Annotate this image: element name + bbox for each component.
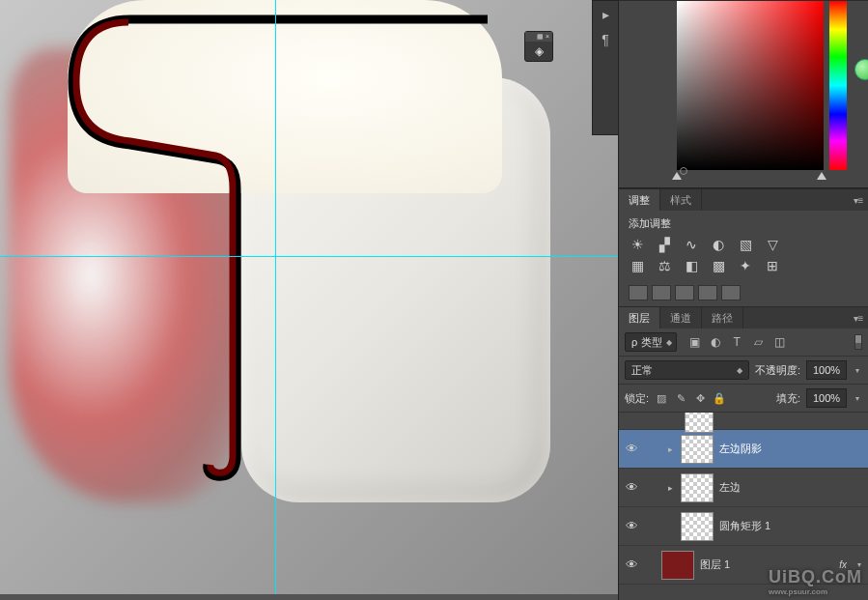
preset-swatch[interactable] <box>698 285 717 300</box>
triangle-icon[interactable]: ▽ <box>764 237 781 252</box>
lock-position-icon[interactable]: ✥ <box>693 392 707 405</box>
levels-icon[interactable]: ▞ <box>656 237 673 252</box>
fill-input[interactable]: 100% <box>806 388 847 408</box>
layer-thumbnail[interactable] <box>681 435 714 464</box>
preset-swatch[interactable] <box>652 285 671 300</box>
layer-name[interactable]: 左边阴影 <box>719 442 864 456</box>
visibility-toggle[interactable]: 👁 <box>623 480 640 495</box>
brightness-icon[interactable]: ☀ <box>629 237 646 252</box>
right-panel-dock: ▸ ¶ 调整 样式 ▾≡ 添加调整 ☀ ▞ ∿ ◐ ▧ ▽ <box>618 0 868 600</box>
adjustment-icons-row2: ▦ ⚖ ◧ ▩ ✦ ⊞ <box>629 258 858 273</box>
search-icon: ρ <box>631 336 637 348</box>
expand-toggle[interactable]: ▸ <box>665 483 675 493</box>
vibrance-icon[interactable]: ▧ <box>737 237 754 252</box>
color-slider-handles[interactable] <box>672 172 826 184</box>
panel-menu-icon[interactable]: ▾≡ <box>849 189 868 211</box>
visibility-toggle[interactable]: 👁 <box>623 519 640 533</box>
adjustment-filter-icon[interactable]: ◐ <box>708 334 723 350</box>
lock-brush-icon[interactable]: ✎ <box>674 392 687 405</box>
color-field[interactable] <box>677 1 824 170</box>
fx-badge[interactable]: fx <box>839 559 847 570</box>
chevron-down-icon[interactable]: ▾ <box>853 366 862 375</box>
photo-filter-icon[interactable]: ▩ <box>710 258 727 273</box>
layer-filter-bar: ρ 类型 ◆ ▣ ◐ T ▱ ◫ <box>619 329 868 357</box>
hue-icon[interactable]: ▦ <box>629 258 646 273</box>
chevron-down-icon: ◆ <box>666 338 672 347</box>
opacity-label: 不透明度: <box>755 363 800 378</box>
smart-filter-icon[interactable]: ◫ <box>771 334 787 350</box>
collapsed-icon[interactable]: ▸ <box>596 7 615 26</box>
adjustments-panel: 调整 样式 ▾≡ 添加调整 ☀ ▞ ∿ ◐ ▧ ▽ ▦ ⚖ ◧ ▩ ✦ ⊞ <box>619 188 868 306</box>
blend-opacity-row: 正常 ◆ 不透明度: 100% ▾ <box>619 357 868 385</box>
layer-name[interactable]: 圆角矩形 1 <box>719 519 864 533</box>
canvas-area[interactable]: ▦× ◈ <box>0 0 618 594</box>
layer-thumbnail[interactable] <box>681 512 714 541</box>
lock-all-icon[interactable]: 🔒 <box>713 392 726 405</box>
channel-mixer-icon[interactable]: ✦ <box>737 258 754 273</box>
bw-icon[interactable]: ◧ <box>683 258 700 273</box>
layer-item[interactable]: 👁圆角矩形 1 <box>619 507 868 546</box>
layer-thumbnail[interactable] <box>685 413 714 433</box>
layer-item[interactable]: 👁图层 1fx▾ <box>619 546 868 585</box>
tab-paths[interactable]: 路径 <box>702 307 743 329</box>
horizontal-guide[interactable] <box>0 256 618 257</box>
balance-icon[interactable]: ⚖ <box>656 258 673 273</box>
shape-filter-icon[interactable]: ▱ <box>750 334 766 350</box>
preset-swatch[interactable] <box>629 285 648 300</box>
exposure-icon[interactable]: ◐ <box>710 237 727 252</box>
layer-item-partial[interactable] <box>619 413 868 430</box>
tab-channels[interactable]: 通道 <box>660 307 702 329</box>
add-adjustment-label: 添加调整 <box>629 216 858 231</box>
adjustment-icons-row1: ☀ ▞ ∿ ◐ ▧ ▽ <box>629 237 858 252</box>
layer-item[interactable]: 👁▸左边 <box>619 469 868 507</box>
lock-label: 锁定: <box>625 391 649 406</box>
color-picker-panel <box>619 0 868 188</box>
curves-icon[interactable]: ∿ <box>683 237 700 252</box>
layer-list: 👁▸左边阴影👁▸左边👁圆角矩形 1👁图层 1fx▾ <box>619 413 868 600</box>
hue-slider[interactable] <box>829 1 847 170</box>
layer-name[interactable]: 图层 1 <box>700 557 833 572</box>
visibility-toggle[interactable]: 👁 <box>623 557 640 572</box>
lookup-icon[interactable]: ⊞ <box>764 258 781 273</box>
visibility-toggle[interactable]: 👁 <box>623 442 640 456</box>
artwork <box>10 0 570 531</box>
widget-drag-handle[interactable]: ▦× <box>525 32 552 42</box>
layer-thumbnail[interactable] <box>681 473 714 502</box>
layer-thumbnail[interactable] <box>661 551 694 580</box>
lock-transparent-icon[interactable]: ▨ <box>655 392 668 405</box>
adjustment-presets <box>629 285 858 300</box>
opacity-input[interactable]: 100% <box>806 360 847 380</box>
filter-toggle[interactable] <box>854 334 862 350</box>
preset-swatch[interactable] <box>721 285 741 300</box>
lock-fill-row: 锁定: ▨ ✎ ✥ 🔒 填充: 100% ▾ <box>619 385 868 413</box>
chevron-down-icon[interactable]: ▾ <box>853 394 862 403</box>
tab-styles[interactable]: 样式 <box>660 189 702 211</box>
layer-name[interactable]: 左边 <box>719 480 864 495</box>
layers-panel: 图层 通道 路径 ▾≡ ρ 类型 ◆ ▣ ◐ T ▱ ◫ 正常 ◆ <box>619 306 868 600</box>
fill-label: 填充: <box>776 391 800 406</box>
tab-layers[interactable]: 图层 <box>619 307 660 329</box>
tab-adjustments[interactable]: 调整 <box>619 189 660 211</box>
vertical-guide[interactable] <box>275 0 276 594</box>
image-filter-icon[interactable]: ▣ <box>686 334 702 350</box>
floating-3d-widget[interactable]: ▦× ◈ <box>524 31 553 62</box>
type-filter-icon[interactable]: T <box>729 334 744 350</box>
paragraph-icon[interactable]: ¶ <box>596 32 615 51</box>
layer-item[interactable]: 👁▸左边阴影 <box>619 430 868 469</box>
preset-swatch[interactable] <box>675 285 694 300</box>
panel-menu-icon[interactable]: ▾≡ <box>849 307 868 329</box>
layer-kind-filter[interactable]: ρ 类型 ◆ <box>625 332 677 352</box>
blend-mode-dropdown[interactable]: 正常 ◆ <box>625 360 749 380</box>
expand-toggle[interactable]: ▸ <box>665 444 675 454</box>
chevron-down-icon: ◆ <box>737 366 742 375</box>
3d-icon[interactable]: ◈ <box>525 42 552 61</box>
chevron-down-icon[interactable]: ▾ <box>854 560 864 569</box>
collapsed-panel-strip[interactable]: ▸ ¶ <box>592 0 619 135</box>
green-badge-icon[interactable] <box>854 59 868 80</box>
